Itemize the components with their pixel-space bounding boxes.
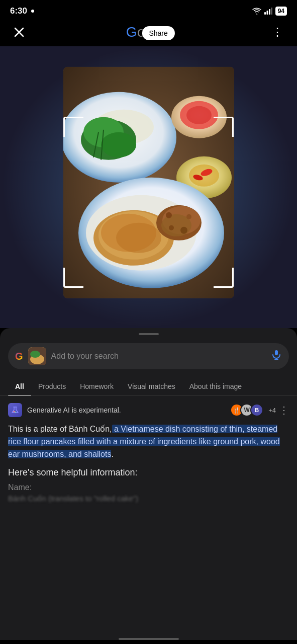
close-button[interactable] — [10, 23, 28, 41]
food-image — [63, 67, 234, 298]
search-thumbnail — [28, 347, 46, 365]
description-intro: This is a plate of Bánh Cuốn, — [8, 425, 112, 433]
svg-rect-3 — [271, 8, 272, 15]
lens-image-area — [0, 46, 297, 328]
svg-point-37 — [30, 351, 40, 358]
svg-point-27 — [116, 223, 161, 253]
status-right: 94 — [252, 7, 287, 16]
status-left: 6:30 — [10, 6, 34, 16]
svg-point-34 — [169, 225, 174, 230]
tab-all[interactable]: All — [8, 377, 31, 395]
share-bubble[interactable]: Share — [142, 26, 174, 40]
helpful-section: Here's some helpful information: Name: B… — [8, 467, 289, 503]
more-options-button[interactable]: ⋮ — [269, 23, 287, 41]
tab-products[interactable]: Products — [31, 377, 73, 395]
search-input[interactable]: Add to your search — [51, 352, 266, 361]
svg-rect-1 — [266, 11, 268, 15]
description-period: . — [111, 450, 113, 458]
tabs-bar: All Products Homework Visual matches Abo… — [0, 377, 297, 396]
status-bar: 6:30 94 — [0, 0, 297, 20]
ai-left: Generative AI is experimental. — [8, 403, 121, 417]
avatar-3: B — [250, 404, 263, 417]
svg-point-17 — [186, 106, 212, 124]
description-text: This is a plate of Bánh Cuốn, a Vietname… — [8, 423, 289, 460]
ai-right: 🍴 W B +4 ⋮ — [230, 404, 289, 417]
svg-rect-38 — [275, 350, 278, 355]
avatar-stack: 🍴 W B — [230, 404, 263, 417]
svg-point-31 — [166, 212, 172, 218]
ai-section: Generative AI is experimental. 🍴 W B +4 … — [0, 396, 297, 508]
home-indicator — [119, 638, 179, 640]
battery-level: 94 — [275, 7, 287, 16]
status-dot — [31, 10, 34, 13]
drag-handle[interactable] — [139, 333, 159, 335]
name-label: Name: — [8, 483, 289, 492]
google-g-logo: G — [15, 351, 23, 362]
svg-point-42 — [14, 411, 15, 413]
ai-header: Generative AI is experimental. 🍴 W B +4 … — [8, 403, 289, 417]
tab-visual-matches[interactable]: Visual matches — [121, 377, 182, 395]
tab-homework[interactable]: Homework — [73, 377, 121, 395]
svg-point-33 — [180, 227, 187, 234]
status-time: 6:30 — [10, 6, 27, 16]
name-value: Bánh Cuốn (translates to "rolled cake") — [8, 494, 289, 503]
svg-point-32 — [186, 214, 191, 219]
mic-icon[interactable] — [271, 349, 282, 363]
top-bar: G o o g l e Share ⋮ — [0, 20, 297, 46]
ai-experiment-icon — [8, 403, 22, 417]
ai-label: Generative AI is experimental. — [27, 406, 121, 414]
bottom-sheet: G Add to your search All Products Homewo… — [0, 328, 297, 640]
plus-count: +4 — [268, 407, 276, 414]
svg-point-43 — [15, 412, 16, 413]
search-bar[interactable]: G Add to your search — [8, 343, 289, 369]
helpful-header: Here's some helpful information: — [8, 467, 289, 478]
ai-more-button[interactable]: ⋮ — [279, 404, 289, 416]
svg-point-12 — [101, 132, 136, 157]
wifi-icon — [252, 8, 261, 15]
tab-about[interactable]: About this image — [182, 377, 249, 395]
svg-rect-2 — [269, 9, 270, 15]
signal-icon — [264, 8, 272, 15]
svg-rect-0 — [264, 12, 266, 15]
